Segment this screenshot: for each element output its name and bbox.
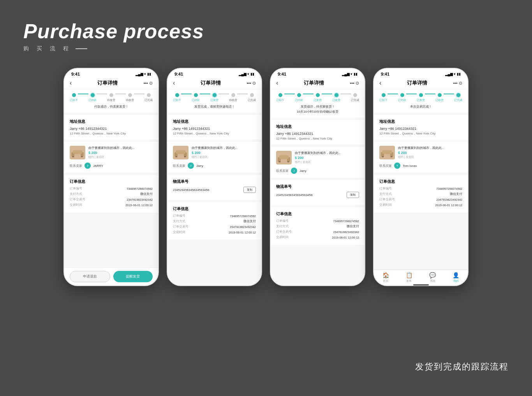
step-dot-3: [438, 93, 442, 97]
step-dot-0: [175, 93, 179, 97]
order-field-row: 支付方式 微信支付: [173, 219, 256, 223]
back-button[interactable]: ‹: [276, 80, 278, 87]
back-button[interactable]: ‹: [379, 80, 381, 87]
phone-phone2: 9:41 ▂▄▆ ▾ ▮▮ ‹ 订单详情 ••• ⊙ 已拍下 已付款 已发货 待…: [167, 68, 262, 286]
step-label-1: 已付款: [398, 98, 406, 102]
seller-row: 联系卖家 J Jarry: [173, 163, 256, 169]
order-field-value: 7348957298074582: [333, 219, 359, 223]
status-icons: ▂▄▆ ▾ ▮▮: [239, 72, 254, 76]
address-name: Jarry +86 14912344321: [70, 127, 153, 131]
logistics-number-row: 234523456345634563456 复制: [173, 187, 256, 193]
status-icons: ▂▄▆ ▾ ▮▮: [342, 72, 358, 76]
step-label-0: 已拍下: [379, 98, 388, 102]
order-field-row: 订单编号 7348957298074582: [173, 214, 256, 218]
nav-bar: ‹ 订单详情 ••• ⊙: [167, 78, 261, 89]
progress-steps: 已拍下 已付款 已发货 已收货 已完成: [276, 93, 359, 102]
status-bar: 9:41 ▂▄▆ ▾ ▮▮: [271, 69, 365, 78]
order-field-row: 支付方式 微信支付: [379, 192, 462, 196]
seller-label: 联系买家: [379, 164, 392, 168]
svg-rect-25: [382, 150, 392, 154]
step-dot-2: [419, 93, 423, 97]
page-container: Purchase process 购 买 流 程 9:41 ▂▄▆ ▾ ▮▮ ‹…: [0, 0, 532, 286]
svg-rect-18: [279, 155, 289, 159]
step-dot-1: [91, 93, 95, 97]
back-button[interactable]: ‹: [70, 80, 72, 87]
phones-container: 9:41 ▂▄▆ ▾ ▮▮ ‹ 订单详情 ••• ⊙ 已拍下 已付款 待发货 待…: [0, 60, 532, 286]
product-row: 由于要搬家到别的城市，因此此... $ 200 纽约 | 皇后区: [173, 146, 256, 159]
order-field-row: 订单交易号 2347819823492342: [276, 230, 359, 234]
svg-rect-20: [287, 161, 289, 162]
address-title: 地址信息: [379, 119, 462, 124]
order-field-row: 订单交易号 2347819823492342: [379, 198, 462, 202]
step-dot-2: [213, 93, 217, 97]
svg-rect-19: [278, 161, 280, 162]
order-field-row: 交易时间 2019-06-01 12:00:12: [70, 203, 153, 207]
order-field-label: 交易时间: [70, 203, 82, 207]
seller-label: 联系卖家: [70, 164, 82, 168]
nav-actions: ••• ⊙: [453, 81, 462, 86]
order-field-value: 2347819823492342: [127, 198, 153, 202]
svg-rect-5: [72, 156, 74, 157]
tab-item-1[interactable]: 📋 发布: [406, 272, 412, 283]
order-field-label: 支付方式: [173, 219, 185, 223]
logistics-number-row: 234523456345634563456 复制: [276, 192, 359, 198]
tab-item-3[interactable]: 👤 我的: [453, 272, 459, 283]
nav-actions: ••• ⊙: [247, 81, 256, 86]
order-field-row: 订单编号 7348957298074582: [276, 219, 359, 223]
order-field-value: 微信支付: [140, 192, 153, 196]
tab-item-0[interactable]: 🏠 首页: [382, 272, 389, 283]
order-info-title: 订单信息: [276, 211, 359, 217]
seller-name: Tom lucas: [403, 164, 417, 168]
step-line-3: [237, 94, 248, 94]
svg-rect-13: [184, 156, 186, 157]
address-detail: 12 Fifth Street，Queens，New York City: [379, 131, 462, 136]
step-dot-0: [382, 93, 386, 97]
copy-button[interactable]: 复制: [347, 192, 359, 198]
scroll-area: 已拍下 已付款 已发货 已收货 已完成 发货成功，待买家收货！10天10小时10…: [271, 89, 365, 285]
address-section: 地址信息 Jarry +86 14912344321 12 Fifth Stre…: [167, 115, 261, 140]
home-indicator: [413, 285, 429, 285]
refund-button[interactable]: 申请退款: [70, 271, 110, 282]
product-tags: 纽约 | 皇后区: [192, 155, 256, 159]
order-field-value: 2347819823492342: [333, 230, 359, 234]
address-section: 地址信息 Jarry +86 14912344321 12 Fifth Stre…: [374, 115, 468, 140]
address-title: 地址信息: [173, 119, 256, 124]
product-desc: 由于要搬家到别的城市，因此此...: [295, 151, 359, 155]
title-dash: [76, 48, 87, 49]
footer-text: 发货到完成的跟踪流程: [415, 361, 509, 373]
order-field-row: 支付方式 微信支付: [70, 192, 153, 196]
order-field-row: 交易时间 2019-06-01 12:00:12: [173, 230, 256, 234]
progress-section: 已拍下 已付款 待发货 待收货 已完成 付款成功，待卖家发货！: [64, 89, 158, 113]
order-field-value: 2019-06-01 12:00:12: [125, 203, 153, 207]
scroll-area: 已拍下 已付款 已发货 待收货 已完成 发货完成，请留意快递电话！ 地址信息 J…: [167, 89, 261, 285]
seller-avatar: T: [394, 163, 400, 169]
copy-button[interactable]: 复制: [243, 187, 256, 193]
seller-label: 联系卖家: [276, 169, 289, 173]
product-image: [379, 146, 395, 159]
nav-title: 订单详情: [407, 80, 427, 87]
logistics-number-text: 234523456345634563456: [276, 193, 312, 197]
tab-item-2[interactable]: 💬 消息: [429, 272, 436, 283]
order-field-value: 7348957298074582: [127, 187, 153, 191]
step-0: 已拍下: [379, 93, 388, 102]
ship-button[interactable]: 提醒发货: [113, 271, 153, 282]
nav-title: 订单详情: [97, 80, 118, 87]
product-info: 由于要搬家到别的城市，因此此... $ 200 纽约 | 皇后区: [88, 146, 153, 159]
product-price: $ 200: [88, 151, 153, 155]
step-label-3: 待收货: [229, 98, 237, 102]
product-tags: 纽约 | 皇后区: [295, 160, 359, 164]
step-line-0: [388, 94, 398, 94]
progress-steps: 已拍下 已付款 已发货 已收货 已完成: [379, 93, 462, 102]
step-label-2: 待发货: [107, 98, 115, 102]
product-info: 由于要搬家到别的城市，因此此... $ 200 纽约 | 皇后区: [295, 151, 359, 164]
step-label-0: 已拍下: [276, 98, 284, 102]
logistics-title: 物流单号: [276, 184, 359, 189]
logistics-number-text: 234523456345634563456: [173, 188, 209, 192]
product-row: 由于要搬家到别的城市，因此此... $ 200 纽约 | 皇后区: [379, 146, 462, 159]
seller-name: Jarry: [196, 164, 203, 168]
back-button[interactable]: ‹: [173, 80, 175, 87]
tab-label-2: 消息: [430, 279, 435, 283]
order-field-value: 2019-06-01 12:00:12: [435, 203, 462, 207]
step-1: 已付款: [295, 93, 303, 102]
svg-rect-27: [391, 156, 393, 157]
